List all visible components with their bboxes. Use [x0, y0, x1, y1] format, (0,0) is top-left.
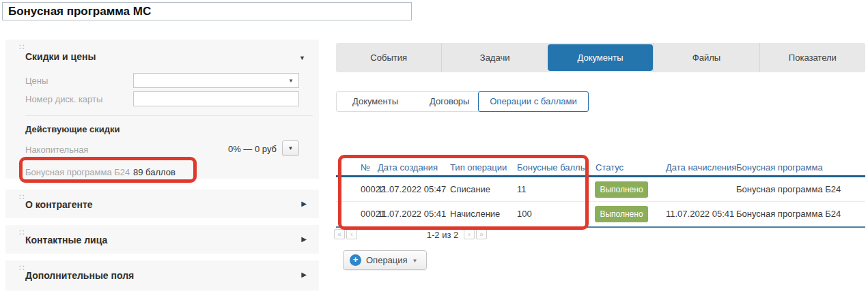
section-discounts-and-prices: ∷ Скидки и цены ▼ Цены ▼ Номер диск. кар… [5, 40, 319, 179]
table-row[interactable]: 00021 11.07.2022 05:41 Начисление 100 Вы… [336, 202, 865, 226]
cell-created: 11.07.2022 05:47 [378, 177, 446, 202]
page: ∷ Скидки и цены ▼ Цены ▼ Номер диск. кар… [0, 0, 868, 298]
column-header-status[interactable]: Статус [596, 162, 624, 176]
pagination-first-button[interactable]: « [334, 229, 345, 239]
expand-icon[interactable]: ▶ [301, 235, 307, 243]
drag-handle-icon[interactable]: ∷ [19, 228, 25, 237]
prices-label: Цены [25, 76, 48, 86]
cell-accrual-date: 11.07.2022 05:41 [666, 202, 734, 226]
tab-files[interactable]: Файлы [653, 43, 759, 72]
discount-card-input[interactable] [133, 91, 299, 106]
section-title: Контактные лица [25, 235, 107, 245]
chevron-down-icon: ▼ [288, 78, 294, 84]
table-row[interactable]: 00022 11.07.2022 05:47 Списание 11 Выпол… [336, 177, 865, 202]
tab-events[interactable]: События [336, 43, 441, 72]
drag-handle-icon[interactable]: ∷ [19, 264, 25, 272]
chevron-down-icon: ▼ [288, 145, 294, 151]
bonus-program-label: Бонусная программа Б24 [25, 167, 130, 177]
column-header-bonus-points[interactable]: Бонусные баллы [517, 162, 587, 176]
column-header-bonus-program[interactable]: Бонусная программа [736, 162, 823, 176]
cumulative-dropdown-button[interactable]: ▼ [282, 140, 299, 156]
pagination-next-button[interactable]: › [464, 229, 475, 239]
table-bottom-border [336, 226, 865, 228]
drag-handle-icon[interactable]: ∷ [19, 43, 25, 51]
cumulative-discount-value: 0% — 0 руб [197, 144, 277, 154]
column-header-accrual-date[interactable]: Дата начисления [666, 162, 736, 176]
tab-tasks[interactable]: Задачи [441, 43, 547, 72]
cell-bonus-points: 100 [517, 202, 532, 226]
section-contact-persons[interactable]: ∷ Контактные лица ▶ [5, 225, 319, 254]
chevron-down-icon: ▼ [412, 256, 418, 264]
expand-icon[interactable]: ▶ [301, 271, 307, 278]
subtab-point-operations[interactable]: Операции с баллами [478, 91, 589, 112]
operations-table: № Дата создания Тип операции Бонусные ба… [336, 162, 865, 228]
section-title: О контрагенте [25, 199, 93, 210]
divider [25, 115, 313, 116]
active-discounts-title: Действующие скидки [25, 124, 120, 134]
subtab-contracts[interactable]: Договоры [414, 92, 485, 111]
cell-operation-type: Начисление [450, 202, 500, 226]
drag-handle-icon[interactable]: ∷ [19, 193, 25, 201]
column-header-number[interactable]: № [361, 162, 370, 176]
discount-card-label: Номер диск. карты [25, 94, 102, 104]
main-tab-bar: События Задачи Документы Файлы Показател… [336, 43, 865, 72]
documents-subtab-bar: Документы Договоры Операции с баллами [336, 91, 589, 112]
bonus-points-value: 89 баллов [133, 167, 176, 177]
pagination-prev-button[interactable]: ‹ [346, 229, 357, 239]
column-header-created[interactable]: Дата создания [378, 162, 438, 176]
expand-icon[interactable]: ▶ [301, 200, 307, 207]
cell-bonus-program: Бонусная программа Б24 [736, 202, 841, 226]
section-about-counterparty[interactable]: ∷ О контрагенте ▶ [5, 190, 319, 218]
cell-operation-type: Списание [450, 177, 490, 202]
pagination-last-button[interactable]: » [476, 229, 487, 239]
column-header-operation-type[interactable]: Тип операции [450, 162, 507, 176]
cell-bonus-program: Бонусная программа Б24 [736, 177, 841, 202]
status-badge: Выполнено [595, 181, 648, 198]
cell-bonus-points: 11 [517, 177, 527, 202]
plus-icon: + [350, 254, 361, 266]
section-additional-fields[interactable]: ∷ Дополнительные поля ▶ [5, 260, 319, 290]
section-title: Дополнительные поля [25, 270, 134, 281]
collapse-icon[interactable]: ▼ [299, 55, 305, 61]
prices-select[interactable]: ▼ [133, 73, 299, 88]
operation-button-label: Операция [366, 255, 408, 265]
entity-title-input[interactable] [2, 2, 412, 20]
cell-created: 11.07.2022 05:41 [378, 202, 446, 226]
add-operation-button[interactable]: + Операция ▼ [343, 250, 427, 270]
cumulative-discount-label: Накопительная [25, 145, 88, 155]
section-title-discounts: Скидки и цены [25, 51, 96, 62]
tab-indicators[interactable]: Показатели [759, 43, 865, 72]
tab-documents[interactable]: Документы [548, 44, 653, 71]
status-badge: Выполнено [595, 206, 648, 222]
subtab-documents[interactable]: Документы [337, 92, 414, 111]
